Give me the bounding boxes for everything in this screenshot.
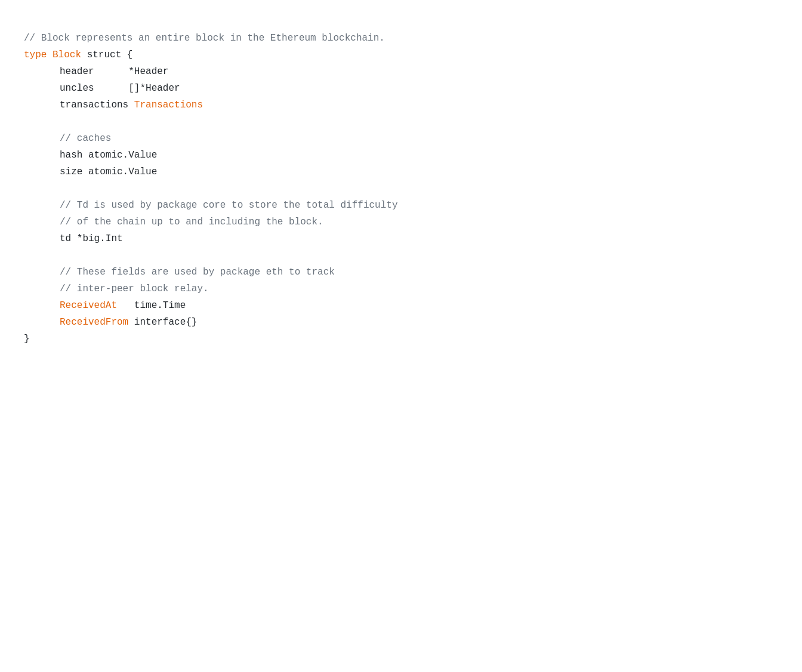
field-uncles-line: uncles []*Header — [24, 80, 778, 97]
comment-line-header: // Block represents an entire block in t… — [24, 30, 778, 47]
comment-td-line-2: // of the chain up to and including the … — [24, 214, 778, 230]
field-size-line: size atomic.Value — [24, 164, 778, 180]
comment-td-line-1: // Td is used by package core to store t… — [24, 197, 778, 214]
field-receivedfrom-line: ReceivedFrom interface{} — [24, 314, 778, 331]
field-transactions-line: transactions Transactions — [24, 97, 778, 113]
comment-fields-line-1: // These fields are used by package eth … — [24, 264, 778, 280]
type-declaration-line: type Block struct { — [24, 47, 778, 63]
comment-caches-line: // caches — [24, 130, 778, 147]
code-block: // Block represents an entire block in t… — [24, 18, 778, 359]
field-td-line: td *big.Int — [24, 230, 778, 247]
empty-line-2 — [24, 180, 778, 197]
empty-line-1 — [24, 113, 778, 130]
closing-brace-line: } — [24, 331, 778, 347]
field-receivedat-line: ReceivedAt time.Time — [24, 297, 778, 314]
field-hash-line: hash atomic.Value — [24, 147, 778, 164]
empty-line-3 — [24, 247, 778, 264]
comment-fields-line-2: // inter-peer block relay. — [24, 280, 778, 297]
field-header-line: header *Header — [24, 63, 778, 80]
